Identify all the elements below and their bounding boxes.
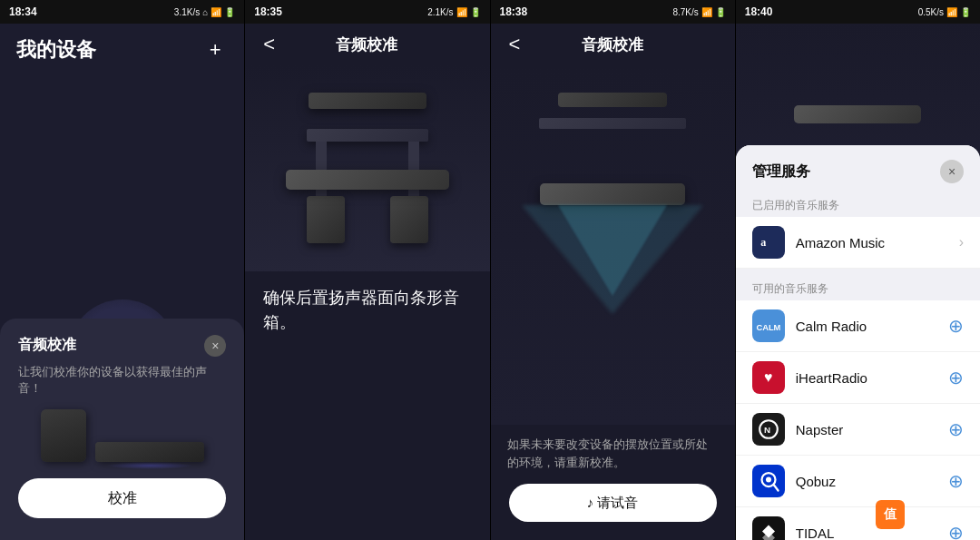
time-2: 18:35 xyxy=(254,5,282,18)
amazon-music-name: Amazon Music xyxy=(796,235,959,250)
section-divider xyxy=(736,269,980,276)
status-bar-2: 18:35 2.1K/s 📶 🔋 xyxy=(245,0,489,24)
watermark-text: 什么值得买 xyxy=(910,506,969,523)
available-section-label: 可用的音乐服务 xyxy=(736,276,980,300)
panel3-nav: < 音频校准 xyxy=(491,24,735,65)
manage-services-sheet: 管理服务 × 已启用的音乐服务 a Amazon Music › 可用的音乐服务… xyxy=(736,145,980,540)
service-calm-radio[interactable]: CALM Calm Radio ⊕ xyxy=(736,300,980,352)
qobuz-logo xyxy=(752,465,785,497)
status-icons-2: 2.1K/s 📶 🔋 xyxy=(427,7,480,17)
scene2-soundbar-bottom xyxy=(286,170,449,190)
signal-icon-3: 📶 xyxy=(701,7,712,17)
s3-table xyxy=(539,118,686,129)
soundbar-illustration xyxy=(18,409,226,462)
battery-icon: 🔋 xyxy=(224,7,235,17)
napster-name: Napster xyxy=(796,422,948,437)
signal-icon-4: 📶 xyxy=(946,7,957,17)
panel2-nav: < 音频校准 xyxy=(245,24,489,65)
status-icons-3: 8.7K/s 📶 🔋 xyxy=(672,7,725,17)
card-header: 音频校准 × xyxy=(18,335,226,357)
scene2-table xyxy=(307,129,429,142)
status-icons-1: 3.1K/s ⌂ 📶 🔋 xyxy=(174,7,235,17)
amazon-music-logo: a xyxy=(752,226,785,259)
signal-icon-2: 📶 xyxy=(456,7,467,17)
panel2-instruction: 确保后置扬声器面向条形音箱。 xyxy=(245,271,489,335)
close-card-button[interactable]: × xyxy=(204,335,226,357)
svg-text:a: a xyxy=(760,236,766,249)
nav-title-2: 音频校准 xyxy=(286,34,447,55)
napster-add-icon[interactable]: ⊕ xyxy=(948,418,964,440)
battery-icon-4: 🔋 xyxy=(960,7,971,17)
iheart-radio-name: iHeartRadio xyxy=(796,370,948,386)
panel-calibration-step2: 18:38 8.7K/s 📶 🔋 < 音频校准 如果未来要改变设备的摆放位置或所… xyxy=(490,0,735,540)
manage-header: 管理服务 × xyxy=(736,145,980,192)
scene2-soundbar-top xyxy=(309,93,426,109)
s3-soundbar-top xyxy=(558,93,667,107)
amazon-chevron-icon: › xyxy=(959,234,964,250)
calm-radio-name: Calm Radio xyxy=(796,319,948,334)
test-sound-button[interactable]: ♪ 请试音 xyxy=(509,484,717,522)
panel1-header: 我的设备 + xyxy=(0,24,244,73)
card-description: 让我们校准你的设备以获得最佳的声音！ xyxy=(18,364,226,397)
calibration-card: 音频校准 × 让我们校准你的设备以获得最佳的声音！ 校准 xyxy=(0,319,244,540)
panel1-body: 音频校准 × 让我们校准你的设备以获得最佳的声音！ 校准 xyxy=(0,73,244,540)
watermark-logo: 值 xyxy=(876,500,905,529)
time-3: 18:38 xyxy=(500,5,528,18)
svg-text:N: N xyxy=(764,425,770,435)
soundbar-box xyxy=(95,442,204,462)
svg-text:CALM: CALM xyxy=(756,323,780,332)
status-icons-4: 0.5K/s 📶 🔋 xyxy=(918,7,971,17)
time-1: 18:34 xyxy=(9,5,37,18)
nav-title-3: 音频校准 xyxy=(531,34,692,55)
s3-beam-inner xyxy=(558,205,667,296)
scene2-speaker-right xyxy=(390,196,428,243)
network-speed-2: 2.1K/s xyxy=(427,7,453,17)
network-speed-1: 3.1K/s xyxy=(174,7,200,17)
time-4: 18:40 xyxy=(745,5,773,18)
svg-line-6 xyxy=(774,486,779,491)
status-bar-4: 18:40 0.5K/s 📶 🔋 xyxy=(736,0,980,24)
status-bar-1: 18:34 3.1K/s ⌂ 📶 🔋 xyxy=(0,0,244,24)
panel3-description: 如果未来要改变设备的摆放位置或所处的环境，请重新校准。 xyxy=(491,425,735,471)
network-speed-4: 0.5K/s xyxy=(918,7,944,17)
back-button-2[interactable]: < xyxy=(260,33,279,56)
svg-point-5 xyxy=(766,477,771,483)
scene2-speaker-left xyxy=(307,196,345,243)
panel3-scene xyxy=(491,65,735,425)
status-bar-3: 18:38 8.7K/s 📶 🔋 xyxy=(491,0,735,24)
iheart-radio-logo: ♥ xyxy=(752,361,785,394)
service-iheart-radio[interactable]: ♥ iHeartRadio ⊕ xyxy=(736,352,980,404)
active-section-label: 已启用的音乐服务 xyxy=(736,192,980,217)
card-title: 音频校准 xyxy=(18,336,76,355)
napster-logo: N xyxy=(752,413,785,446)
subwoofer-box xyxy=(41,409,86,462)
scene2-illustration xyxy=(245,65,489,271)
watermark: 值 什么值得买 xyxy=(876,500,969,529)
iheart-radio-add-icon[interactable]: ⊕ xyxy=(948,367,964,388)
manage-title: 管理服务 xyxy=(752,162,810,182)
calibrate-button[interactable]: 校准 xyxy=(18,478,226,518)
service-amazon-music[interactable]: a Amazon Music › xyxy=(736,217,980,269)
calm-radio-logo: CALM xyxy=(752,309,785,342)
qobuz-add-icon[interactable]: ⊕ xyxy=(948,470,964,492)
panel-my-devices: 18:34 3.1K/s ⌂ 📶 🔋 我的设备 + 音频校准 × 让我们校准你的… xyxy=(0,0,244,540)
back-button-3[interactable]: < xyxy=(505,33,524,56)
panel2-scene xyxy=(245,65,489,271)
panel-calibration-step1: 18:35 2.1K/s 📶 🔋 < 音频校准 确保后置扬声器面向条形音箱。 xyxy=(244,0,489,540)
add-device-button[interactable]: + xyxy=(202,37,228,63)
tidal-logo xyxy=(752,516,785,540)
battery-icon-3: 🔋 xyxy=(715,7,726,17)
service-napster[interactable]: N Napster ⊕ xyxy=(736,404,980,456)
bt-icon: ⌂ xyxy=(202,7,208,17)
panel-manage-services: 18:40 0.5K/s 📶 🔋 管理服务 × 已启用的音乐服务 a Amazo… xyxy=(735,0,980,540)
p4-soundbar xyxy=(794,105,921,123)
scene3-illustration xyxy=(491,65,735,425)
battery-icon-2: 🔋 xyxy=(470,7,481,17)
qobuz-name: Qobuz xyxy=(796,474,948,489)
page-title-1: 我的设备 xyxy=(16,36,96,64)
network-speed-3: 8.7K/s xyxy=(672,7,698,17)
manage-close-button[interactable]: × xyxy=(940,160,964,183)
signal-icon: 📶 xyxy=(211,7,221,17)
s3-main-soundbar xyxy=(540,183,685,205)
calm-radio-add-icon[interactable]: ⊕ xyxy=(948,315,964,337)
